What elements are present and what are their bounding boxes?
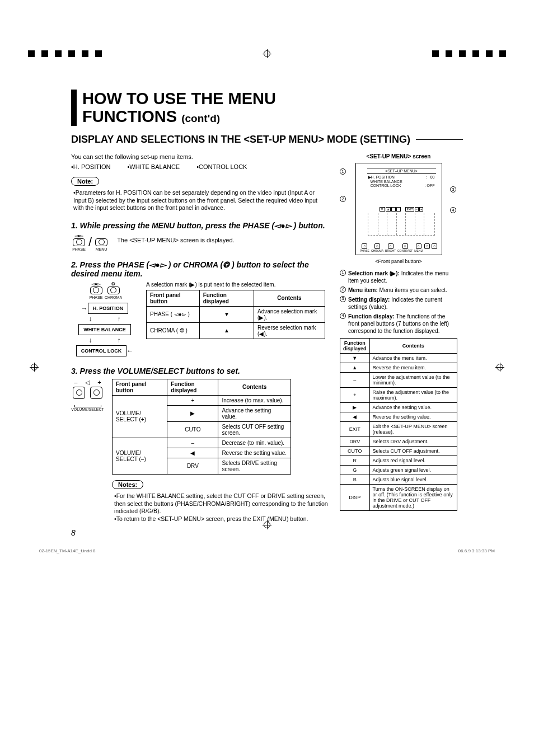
title-main: HOW TO USE THE MENUFUNCTIONS <box>82 90 276 125</box>
subtitle-text: DISPLAY AND SELECTIONS IN THE <SET-UP ME… <box>71 134 410 145</box>
notes-label: Notes: <box>112 480 143 489</box>
registration-mark-top <box>264 50 270 57</box>
registration-mark-bottom <box>264 522 270 528</box>
title-cont: (cont'd) <box>181 112 220 124</box>
setup-screen-title: <SET-UP MENU> screen <box>340 153 457 159</box>
print-footer: 02-15EN_TM-A14E_f.indd 8 06.6.9 3:13:33 … <box>28 548 506 553</box>
setup-items-list: H. POSITION WHITE BALANCE CONTROL LOCK <box>71 163 329 170</box>
step2-selection-note: A selection mark (▶) is put next to the … <box>146 281 325 288</box>
callout-numbers-right: 3 4 <box>450 163 457 213</box>
note-label: Note: <box>71 177 99 186</box>
step3-table: Front panel button Function displayed Co… <box>112 379 291 475</box>
volume-select-illustration: –◁+ VOLUME/SELECT <box>71 379 104 411</box>
registration-mark-right <box>496 364 503 370</box>
front-panel-caption: <Front panel button> <box>340 259 457 264</box>
footer-filename: 02-15EN_TM-A14E_f.indd 8 <box>39 548 96 553</box>
menu-stack-illustration: →H. POSITION ↓↑ WHITE BALANCE ↓↑ CONTROL… <box>76 302 133 358</box>
registration-mark-left <box>31 364 38 370</box>
crop-mark-top-right <box>425 50 506 57</box>
phase-menu-buttons-illustration: ◅●▻PHASE / MENU <box>71 233 109 251</box>
page-number: 8 <box>71 528 463 537</box>
callout-numbers-left: 1 2 <box>340 163 347 202</box>
intro-text: You can set the following set-up menu it… <box>71 153 329 160</box>
setup-item: CONTROL LOCK <box>196 163 247 170</box>
setup-item: WHITE BALANCE <box>127 163 180 170</box>
function-displayed-table: Function displayedContents ▼Advance the … <box>340 338 457 511</box>
step3-title: 3. Press the VOLUME/SELECT buttons to se… <box>71 367 329 375</box>
crop-mark-top-left <box>28 50 109 57</box>
note-body: Parameters for H. POSITION can be set se… <box>73 189 329 212</box>
page-title: HOW TO USE THE MENUFUNCTIONS (cont'd) <box>71 90 463 126</box>
notes2-body: For the WHITE BALANCE setting, select th… <box>114 492 329 523</box>
setup-menu-screen-illustration: <SET–UP MENU> ▶H. POSITION: 00 WHITE BAL… <box>355 163 442 255</box>
phase-chroma-buttons-illustration: ◅●▻PHASE ❂CHROMA <box>88 281 121 299</box>
step1-body: The <SET-UP MENU> screen is displayed. <box>117 233 235 243</box>
setup-item: H. POSITION <box>71 163 110 170</box>
step2-table: Front panel button Function displayed Co… <box>146 290 325 339</box>
callout-list: 1Selection mark (▶): Indicates the menu … <box>340 270 457 335</box>
step2-title: 2. Press the PHASE (◅●▻ ) or CHROMA (❂ )… <box>71 260 329 278</box>
section-heading: DISPLAY AND SELECTIONS IN THE <SET-UP ME… <box>71 134 463 145</box>
footer-timestamp: 06.6.9 3:13:33 PM <box>458 548 495 553</box>
step1-title: 1. While pressing the MENU button, press… <box>71 221 329 230</box>
